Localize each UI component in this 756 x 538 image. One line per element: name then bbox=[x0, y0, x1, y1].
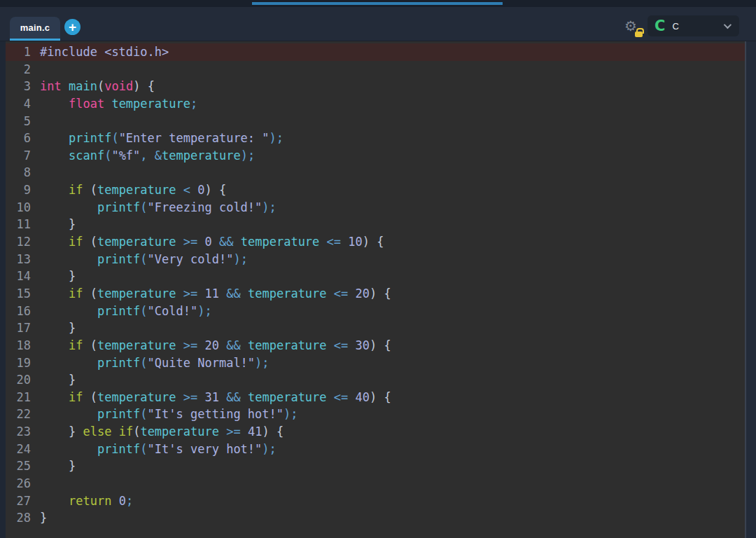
code-text: printf("Very cold!"); bbox=[31, 251, 248, 268]
chevron-down-icon bbox=[724, 21, 732, 29]
line-number: 10 bbox=[6, 199, 31, 216]
line-number: 8 bbox=[6, 164, 31, 181]
tab-label: main.c bbox=[20, 22, 50, 33]
code-line: 22 printf("It's getting hot!"); bbox=[6, 406, 745, 423]
line-number: 18 bbox=[6, 337, 31, 354]
tab-bar: main.c + ⚙ C C bbox=[0, 7, 756, 41]
line-number: 2 bbox=[6, 61, 31, 78]
code-text bbox=[31, 113, 40, 130]
code-line: 24 printf("It's very hot!"); bbox=[6, 441, 745, 458]
code-line: 15 if (temperature >= 11 && temperature … bbox=[6, 285, 745, 303]
line-number: 9 bbox=[6, 181, 31, 199]
code-line: 6 printf("Enter temperature: "); bbox=[6, 130, 745, 147]
code-line: 13 printf("Very cold!"); bbox=[6, 251, 745, 268]
code-text: scanf("%f", &temperature); bbox=[31, 147, 255, 165]
code-line: 18 if (temperature >= 20 && temperature … bbox=[6, 337, 745, 354]
line-number: 16 bbox=[6, 303, 31, 320]
code-line: 9 if (temperature < 0) { bbox=[6, 181, 745, 199]
line-number: 17 bbox=[6, 319, 31, 337]
code-text: if (temperature < 0) { bbox=[31, 181, 226, 199]
line-number: 15 bbox=[6, 285, 31, 303]
code-line: 10 printf("Freezing cold!"); bbox=[6, 199, 745, 216]
code-line: 25 } bbox=[6, 457, 745, 475]
code-text bbox=[31, 61, 40, 78]
code-line: 26 bbox=[6, 475, 745, 492]
code-line: 19 printf("Quite Normal!"); bbox=[6, 354, 745, 372]
code-line: 7 scanf("%f", &temperature); bbox=[6, 147, 745, 165]
code-text: printf("Quite Normal!"); bbox=[31, 354, 270, 372]
code-text bbox=[31, 164, 40, 181]
line-number: 7 bbox=[6, 147, 31, 165]
code-line: 8 bbox=[6, 164, 745, 181]
code-text: } bbox=[31, 371, 76, 389]
lock-icon bbox=[635, 32, 643, 37]
code-text: if (temperature >= 11 && temperature <= … bbox=[31, 285, 391, 303]
code-text: } bbox=[31, 319, 76, 337]
code-line: 5 bbox=[6, 113, 745, 130]
line-number: 3 bbox=[6, 78, 31, 95]
code-line: 2 bbox=[6, 61, 745, 78]
line-number: 24 bbox=[6, 441, 31, 458]
code-text: printf("Freezing cold!"); bbox=[31, 199, 276, 216]
code-text: } bbox=[31, 509, 47, 527]
code-editor[interactable]: 1#include <stdio.h>23int main(void) {4 f… bbox=[0, 41, 756, 538]
c-language-logo-icon: C bbox=[654, 19, 665, 34]
line-number: 19 bbox=[6, 354, 31, 372]
code-text: if (temperature >= 31 && temperature <= … bbox=[31, 389, 391, 406]
code-text: if (temperature >= 20 && temperature <= … bbox=[31, 337, 391, 354]
code-text: return 0; bbox=[31, 492, 133, 510]
line-number: 23 bbox=[6, 423, 31, 441]
code-text: printf("Enter temperature: "); bbox=[31, 130, 284, 147]
line-number: 12 bbox=[6, 233, 31, 251]
line-number: 1 bbox=[6, 43, 31, 61]
top-strip bbox=[0, 0, 756, 7]
code-line: 16 printf("Cold!"); bbox=[6, 303, 745, 320]
editor-scrollbar-track[interactable] bbox=[745, 41, 756, 538]
code-line: 3int main(void) { bbox=[6, 78, 745, 95]
line-number: 22 bbox=[6, 406, 31, 423]
code-text: printf("Cold!"); bbox=[31, 303, 212, 320]
code-line: 11 } bbox=[6, 216, 745, 233]
code-line: 1#include <stdio.h> bbox=[6, 43, 745, 61]
editor-left-margin bbox=[0, 41, 6, 538]
line-number: 13 bbox=[6, 251, 31, 268]
code-text: if (temperature >= 0 && temperature <= 1… bbox=[31, 233, 384, 251]
code-line: 21 if (temperature >= 31 && temperature … bbox=[6, 389, 745, 406]
code-text: } bbox=[31, 216, 76, 233]
code-text: printf("It's very hot!"); bbox=[31, 441, 276, 458]
line-number: 11 bbox=[6, 216, 31, 233]
code-line: 14 } bbox=[6, 268, 745, 285]
language-selector[interactable]: C C bbox=[648, 15, 739, 36]
code-line: 23 } else if(temperature >= 41) { bbox=[6, 423, 745, 441]
code-text: } bbox=[31, 268, 76, 285]
line-number: 14 bbox=[6, 268, 31, 285]
code-text: } bbox=[31, 457, 76, 475]
code-line: 20 } bbox=[6, 371, 745, 389]
code-text: printf("It's getting hot!"); bbox=[31, 406, 298, 423]
progress-bar bbox=[252, 2, 503, 5]
tab-main-c[interactable]: main.c bbox=[10, 17, 60, 41]
line-number: 4 bbox=[6, 95, 31, 113]
code-line: 27 return 0; bbox=[6, 492, 745, 510]
code-text: int main(void) { bbox=[31, 78, 155, 95]
code-text: float temperature; bbox=[31, 95, 197, 113]
line-number: 20 bbox=[6, 371, 31, 389]
settings-button[interactable]: ⚙ bbox=[624, 18, 643, 37]
language-selected-value: C bbox=[672, 21, 678, 32]
code-line: 28} bbox=[6, 509, 745, 527]
line-number: 25 bbox=[6, 457, 31, 475]
code-line: 17 } bbox=[6, 319, 745, 337]
code-lines[interactable]: 1#include <stdio.h>23int main(void) {4 f… bbox=[6, 41, 745, 538]
line-number: 28 bbox=[6, 509, 31, 527]
line-number: 6 bbox=[6, 130, 31, 147]
add-tab-button[interactable]: + bbox=[64, 19, 80, 35]
line-number: 27 bbox=[6, 492, 31, 510]
line-number: 21 bbox=[6, 389, 31, 406]
line-number: 5 bbox=[6, 113, 31, 130]
code-line: 4 float temperature; bbox=[6, 95, 745, 113]
code-text: } else if(temperature >= 41) { bbox=[31, 423, 284, 441]
code-line: 12 if (temperature >= 0 && temperature <… bbox=[6, 233, 745, 251]
line-number: 26 bbox=[6, 475, 31, 492]
code-text bbox=[31, 475, 40, 492]
code-text: #include <stdio.h> bbox=[31, 43, 169, 61]
